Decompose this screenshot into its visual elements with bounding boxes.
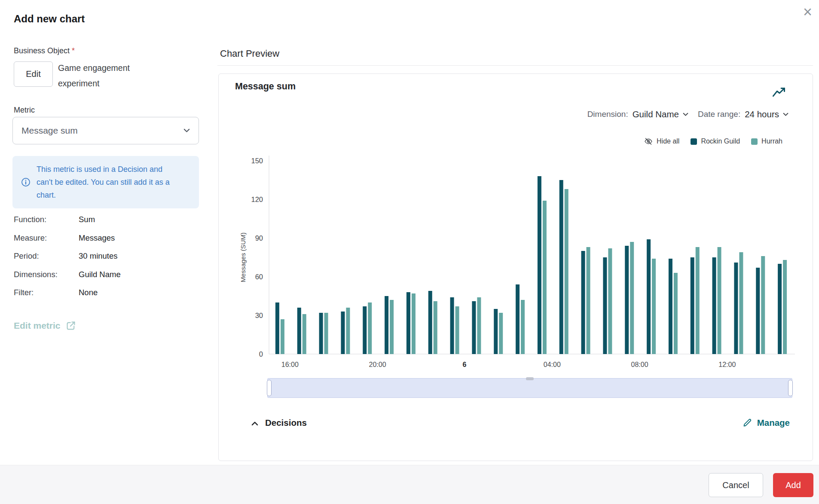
detail-value: 30 minutes — [79, 251, 118, 261]
detail-value: Sum — [79, 215, 95, 224]
detail-label: Dimensions: — [14, 270, 79, 279]
hide-all-label: Hide all — [657, 137, 679, 145]
modal-title: Add new chart — [14, 13, 85, 25]
svg-text:30: 30 — [255, 312, 263, 319]
dimension-label: Dimension: — [587, 110, 628, 119]
close-icon[interactable]: × — [803, 4, 812, 20]
metric-select-value: Message sum — [21, 125, 78, 136]
detail-row: Filter:None — [14, 288, 200, 306]
pencil-icon — [743, 418, 752, 428]
svg-text:6: 6 — [463, 361, 467, 368]
legend-label: Hurrah — [761, 137, 782, 145]
svg-text:90: 90 — [255, 234, 263, 242]
metric-label: Metric — [14, 106, 35, 115]
svg-text:04:00: 04:00 — [544, 361, 561, 368]
metric-select[interactable]: Message sum — [12, 117, 199, 144]
business-object-label-text: Business Object — [14, 46, 70, 55]
detail-row: Measure:Messages — [14, 233, 200, 252]
svg-text:60: 60 — [255, 273, 263, 281]
date-range-select[interactable]: 24 hours — [745, 109, 788, 119]
info-text: This metric is used in a Decision and ca… — [37, 163, 171, 202]
chart-preview-heading: Chart Preview — [220, 48, 279, 59]
chart-range-scrollbar[interactable] — [267, 378, 792, 398]
required-asterisk: * — [72, 46, 75, 55]
chart-legend: Hide allRockin GuildHurrah — [644, 137, 782, 146]
svg-text:16:00: 16:00 — [281, 361, 299, 368]
detail-row: Dimensions:Guild Name — [14, 270, 200, 288]
chevron-down-icon — [683, 113, 688, 116]
external-link-icon — [66, 321, 76, 331]
chart-title: Message sum — [235, 81, 296, 92]
manage-decisions-link[interactable]: Manage — [743, 418, 790, 428]
info-icon — [21, 177, 31, 187]
scrollbar-left-handle[interactable] — [267, 380, 272, 396]
scrollbar-right-handle[interactable] — [788, 380, 793, 396]
svg-text:20:00: 20:00 — [369, 361, 386, 368]
chevron-down-icon — [783, 113, 788, 116]
chevron-down-icon — [183, 128, 190, 133]
detail-label: Function: — [14, 215, 79, 224]
metric-info-notice: This metric is used in a Decision and ca… — [12, 156, 199, 208]
metric-details: Function:SumMeasure:MessagesPeriod:30 mi… — [14, 215, 200, 306]
dimension-select[interactable]: Guild Name — [633, 109, 688, 119]
modal-footer: Cancel Add — [0, 465, 819, 504]
legend-item-hurrah[interactable]: Hurrah — [751, 137, 782, 145]
add-button[interactable]: Add — [773, 473, 813, 497]
decisions-label: Decisions — [265, 418, 307, 428]
chart-controls: Dimension: Guild Name Date range: 24 hou… — [587, 109, 788, 119]
date-range-select-value: 24 hours — [745, 109, 779, 119]
detail-value: Guild Name — [79, 270, 121, 279]
chart-preview-card: Message sum Dimension: Guild Name Date r… — [218, 73, 813, 461]
detail-value: Messages — [79, 233, 115, 243]
eye-off-icon — [644, 137, 653, 146]
svg-text:12:00: 12:00 — [718, 361, 736, 368]
date-range-label: Date range: — [698, 110, 740, 119]
hide-all-button[interactable]: Hide all — [644, 137, 679, 146]
detail-row: Period:30 minutes — [14, 251, 200, 270]
svg-text:Messages (SUM): Messages (SUM) — [239, 232, 247, 282]
detail-value: None — [79, 288, 98, 297]
decisions-section-header: Decisions — [251, 418, 307, 428]
svg-text:08:00: 08:00 — [631, 361, 648, 368]
legend-swatch — [691, 138, 697, 145]
detail-label: Measure: — [14, 233, 79, 243]
detail-label: Period: — [14, 251, 79, 261]
divider — [217, 65, 813, 66]
bar-chart: 0306090120150Messages (SUM)16:0020:00604… — [232, 149, 800, 372]
edit-metric-link[interactable]: Edit metric — [14, 321, 76, 331]
line-chart-icon[interactable] — [772, 87, 786, 98]
collapse-chevron-up-icon[interactable] — [251, 420, 258, 426]
legend-item-rockin-guild[interactable]: Rockin Guild — [691, 137, 740, 145]
dimension-select-value: Guild Name — [633, 109, 679, 119]
business-object-label: Business Object* — [14, 46, 75, 55]
legend-label: Rockin Guild — [701, 137, 740, 145]
edit-metric-label: Edit metric — [14, 321, 61, 331]
svg-text:120: 120 — [251, 195, 263, 203]
business-object-value: Game engagement experiment — [58, 60, 152, 91]
cancel-button[interactable]: Cancel — [709, 473, 763, 497]
manage-label: Manage — [757, 418, 790, 428]
svg-text:150: 150 — [251, 157, 263, 165]
svg-text:0: 0 — [259, 350, 263, 358]
detail-row: Function:Sum — [14, 215, 200, 233]
detail-label: Filter: — [14, 288, 79, 297]
scrollbar-grip-icon[interactable] — [526, 377, 534, 380]
edit-business-object-button[interactable]: Edit — [14, 61, 53, 87]
legend-swatch — [751, 138, 758, 145]
